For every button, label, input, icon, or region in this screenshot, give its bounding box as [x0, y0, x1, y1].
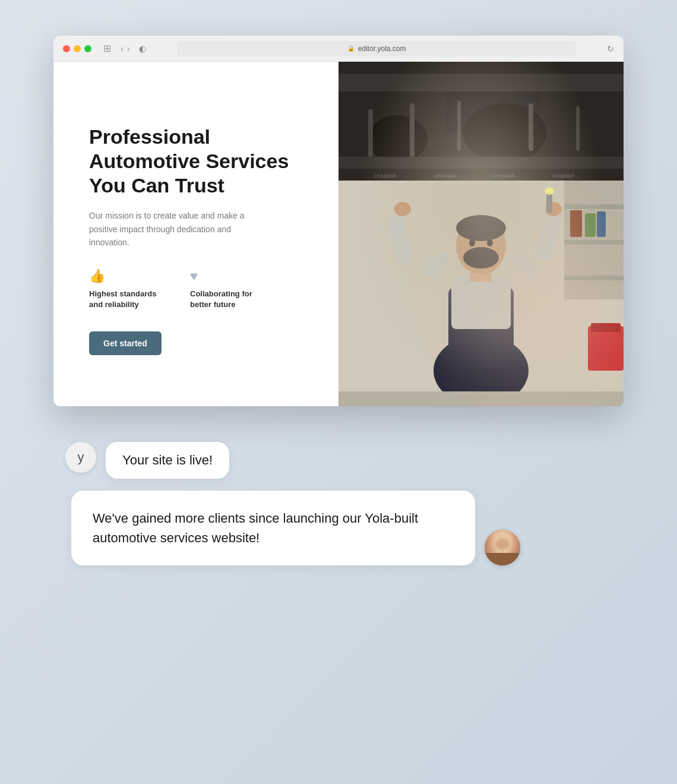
get-started-button[interactable]: Get started [89, 331, 162, 355]
svg-rect-17 [564, 240, 624, 245]
nav-forward-button[interactable]: › [127, 44, 130, 53]
svg-rect-14 [338, 181, 624, 406]
svg-rect-36 [509, 250, 541, 280]
url-text: editor.yola.com [358, 45, 406, 53]
address-bar[interactable]: 🔒 editor.yola.com [177, 41, 576, 56]
chat-row-1: y Your site is live! [65, 442, 612, 479]
feature-1-label: Highest standards and reliability [89, 289, 166, 310]
svg-text:Unsplash: Unsplash [493, 173, 515, 179]
features-list: 👍 Highest standards and reliability ♥ Co… [89, 268, 315, 310]
svg-rect-10 [410, 103, 415, 157]
chat-row-2: We've gained more clients since launchin… [65, 491, 612, 565]
svg-rect-19 [570, 210, 582, 237]
svg-rect-42 [338, 391, 624, 406]
nav-back-button[interactable]: ‹ [121, 44, 124, 53]
feature-item-2: ♥ Collaborating for better future [190, 268, 267, 310]
svg-point-30 [456, 215, 506, 241]
svg-rect-12 [529, 103, 533, 151]
chat-bubble-2-text: We've gained more clients since launchin… [93, 511, 418, 545]
svg-rect-37 [534, 212, 563, 263]
svg-text:Unsplash: Unsplash [434, 173, 456, 179]
feature-2-label: Collaborating for better future [190, 289, 267, 310]
traffic-lights [63, 45, 91, 52]
svg-rect-3 [362, 97, 434, 133]
svg-point-6 [368, 115, 428, 163]
chat-section: y Your site is live! We've gained more c… [53, 442, 624, 565]
svg-rect-20 [585, 213, 596, 237]
svg-rect-15 [564, 181, 624, 299]
svg-rect-27 [451, 276, 511, 329]
svg-point-39 [545, 202, 562, 216]
lock-icon: 🔒 [347, 45, 355, 52]
yola-logo-avatar: y [65, 442, 96, 473]
svg-point-29 [456, 217, 506, 274]
svg-rect-40 [546, 192, 552, 213]
svg-rect-16 [564, 204, 624, 209]
traffic-light-fullscreen[interactable] [84, 45, 91, 52]
svg-rect-21 [597, 211, 606, 237]
chat-bubble-2: We've gained more clients since launchin… [71, 491, 475, 565]
svg-point-25 [434, 335, 529, 406]
svg-rect-8 [338, 157, 624, 169]
svg-point-41 [545, 188, 554, 195]
thumbs-up-icon: 👍 [89, 268, 166, 284]
svg-rect-0 [338, 62, 624, 406]
chat-bubble-1: Your site is live! [106, 442, 229, 479]
svg-rect-13 [576, 106, 580, 151]
website-hero-image: Unsplash Unsplash Unsplash Unsplash [338, 62, 624, 406]
svg-rect-18 [564, 276, 624, 280]
svg-point-32 [487, 239, 493, 246]
svg-rect-5 [552, 94, 612, 127]
yola-letter: y [78, 450, 84, 465]
svg-rect-35 [386, 215, 415, 265]
hero-description: Our mission is to create value and make … [89, 209, 255, 249]
svg-rect-24 [591, 323, 621, 332]
svg-rect-28 [470, 264, 492, 282]
svg-point-22 [588, 323, 624, 371]
svg-rect-4 [445, 91, 540, 133]
hero-title: Professional Automotive Services You Can… [89, 125, 315, 197]
browser-toolbar: ⊞ ‹ › ◐ 🔒 editor.yola.com ↻ [53, 36, 624, 62]
user-avatar [485, 530, 520, 565]
sidebar-icon[interactable]: ⊞ [103, 43, 111, 54]
svg-rect-11 [457, 100, 461, 151]
svg-point-7 [463, 103, 546, 163]
svg-rect-34 [420, 250, 453, 280]
refresh-icon[interactable]: ↻ [607, 44, 614, 53]
chat-bubble-1-text: Your site is live! [122, 453, 213, 467]
svg-rect-2 [338, 74, 624, 91]
traffic-light-minimize[interactable] [74, 45, 81, 52]
svg-text:Unsplash: Unsplash [552, 173, 575, 179]
website-hero-left: Professional Automotive Services You Can… [53, 62, 338, 406]
brightness-icon: ◐ [139, 44, 146, 53]
svg-point-38 [394, 202, 411, 216]
heart-icon: ♥ [190, 268, 267, 284]
svg-text:Unsplash: Unsplash [374, 173, 397, 179]
svg-rect-1 [338, 62, 624, 181]
svg-rect-26 [448, 287, 514, 382]
website-content: Professional Automotive Services You Can… [53, 62, 624, 406]
user-avatar-face [485, 530, 520, 565]
svg-point-33 [463, 247, 499, 268]
svg-rect-9 [368, 109, 373, 157]
feature-item-1: 👍 Highest standards and reliability [89, 268, 166, 310]
svg-point-31 [469, 239, 475, 246]
mechanic-photo: Unsplash Unsplash Unsplash Unsplash [338, 62, 624, 406]
traffic-light-close[interactable] [63, 45, 70, 52]
browser-window: ⊞ ‹ › ◐ 🔒 editor.yola.com ↻ Professional… [53, 36, 624, 406]
svg-rect-23 [588, 326, 624, 371]
browser-nav: ‹ › [121, 44, 129, 53]
